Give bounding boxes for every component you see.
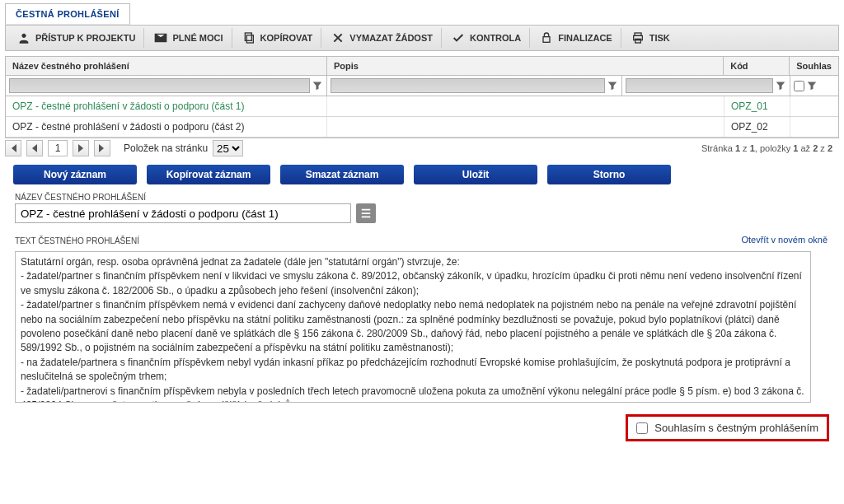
toolbar-label: PŘÍSTUP K PROJEKTU bbox=[35, 33, 135, 43]
new-record-button[interactable]: Nový záznam bbox=[13, 165, 137, 184]
pager-first[interactable] bbox=[5, 140, 21, 156]
filter-icon[interactable] bbox=[607, 80, 618, 91]
pager-last[interactable] bbox=[94, 140, 110, 156]
svg-rect-0 bbox=[245, 33, 251, 40]
toolbar-label: VYMAZAT ŽÁDOST bbox=[349, 33, 433, 43]
declaration-text[interactable]: Statutární orgán, resp. osoba oprávněná … bbox=[15, 251, 811, 403]
cancel-button[interactable]: Storno bbox=[547, 165, 671, 184]
toolbar-print[interactable]: TISK bbox=[623, 28, 678, 48]
cell-code: OPZ_02 bbox=[724, 117, 790, 137]
grid-filter-row bbox=[6, 76, 838, 96]
text-label: TEXT ČESTNÉHO PROHLÁŠENÍ bbox=[15, 236, 139, 245]
agree-label: Souhlasím s čestným prohlášením bbox=[654, 422, 818, 434]
printer-icon bbox=[631, 31, 645, 44]
toolbar-label: PLNÉ MOCI bbox=[172, 33, 223, 43]
table-row[interactable]: OPZ - čestné prohlášení v žádosti o podp… bbox=[6, 96, 838, 117]
cell-agree bbox=[790, 117, 838, 137]
page-tab: ČESTNÁ PROHLÁŠENÍ bbox=[5, 3, 130, 25]
filter-agree[interactable] bbox=[794, 81, 804, 91]
cell-desc bbox=[327, 96, 724, 116]
copy-record-button[interactable]: Kopírovat záznam bbox=[147, 165, 270, 184]
per-page-label: Položek na stránku bbox=[124, 142, 208, 154]
pager-next[interactable] bbox=[73, 140, 89, 156]
col-header-name[interactable]: Název čestného prohlášení bbox=[6, 57, 327, 75]
people-icon bbox=[17, 31, 30, 44]
grid-header: Název čestného prohlášení Popis Kód Souh… bbox=[6, 57, 838, 76]
delete-record-button[interactable]: Smazat záznam bbox=[280, 165, 404, 184]
toolbar-delete[interactable]: VYMAZAT ŽÁDOST bbox=[323, 28, 442, 48]
pager-info: Stránka 1 z 1, položky 1 až 2 z 2 bbox=[701, 143, 839, 153]
toolbar-poa[interactable]: PLNÉ MOCI bbox=[146, 28, 232, 48]
pager: 1 Položek na stránku 25 Stránka 1 z 1, p… bbox=[5, 140, 839, 156]
filter-name[interactable] bbox=[9, 78, 310, 93]
filter-desc[interactable] bbox=[331, 78, 605, 93]
cell-name: OPZ - čestné prohlášení v žádosti o podp… bbox=[6, 96, 327, 116]
toolbar-label: KOPÍROVAT bbox=[260, 33, 313, 43]
pager-current[interactable]: 1 bbox=[48, 140, 68, 156]
per-page-select[interactable]: 25 bbox=[213, 140, 243, 156]
filter-icon[interactable] bbox=[806, 80, 818, 91]
cell-agree bbox=[790, 96, 838, 116]
save-button[interactable]: Uložit bbox=[414, 165, 537, 184]
col-header-code[interactable]: Kód bbox=[724, 57, 790, 75]
list-lookup-button[interactable] bbox=[356, 203, 376, 223]
table-row[interactable]: OPZ - čestné prohlášení v žádosti o podp… bbox=[6, 117, 838, 138]
filter-icon[interactable] bbox=[312, 80, 323, 91]
lock-icon bbox=[540, 31, 553, 44]
declaration-name-field[interactable] bbox=[15, 203, 351, 223]
cell-code: OPZ_01 bbox=[724, 96, 790, 116]
toolbar-finalize[interactable]: FINALIZACE bbox=[532, 28, 621, 48]
filter-icon[interactable] bbox=[775, 80, 786, 91]
toolbar-check[interactable]: KONTROLA bbox=[443, 28, 530, 48]
toolbar-label: TISK bbox=[649, 33, 670, 43]
toolbar-label: FINALIZACE bbox=[558, 33, 612, 43]
agree-checkbox[interactable] bbox=[636, 422, 648, 434]
col-header-desc[interactable]: Popis bbox=[327, 57, 724, 75]
svg-rect-1 bbox=[246, 35, 253, 43]
pager-prev[interactable] bbox=[26, 140, 43, 156]
envelope-icon bbox=[154, 31, 167, 44]
x-icon bbox=[331, 31, 345, 44]
agree-box[interactable]: Souhlasím s čestným prohlášením bbox=[626, 414, 829, 441]
cell-desc bbox=[327, 117, 724, 137]
toolbar-access-project[interactable]: PŘÍSTUP K PROJEKTU bbox=[9, 28, 144, 48]
check-icon bbox=[452, 31, 465, 44]
declarations-grid: Název čestného prohlášení Popis Kód Souh… bbox=[5, 56, 839, 138]
action-bar: Nový záznam Kopírovat záznam Smazat zázn… bbox=[13, 165, 831, 184]
toolbar: PŘÍSTUP K PROJEKTU PLNÉ MOCI KOPÍROVAT V… bbox=[5, 25, 839, 51]
open-new-window-link[interactable]: Otevřít v novém okně bbox=[741, 235, 828, 245]
copy-icon bbox=[242, 31, 256, 44]
toolbar-label: KONTROLA bbox=[470, 33, 521, 43]
filter-code[interactable] bbox=[626, 78, 773, 93]
name-label: NÁZEV ČESTNÉHO PROHLÁŠENÍ bbox=[15, 193, 844, 202]
svg-rect-2 bbox=[543, 37, 550, 43]
cell-name: OPZ - čestné prohlášení v žádosti o podp… bbox=[6, 117, 327, 137]
toolbar-copy[interactable]: KOPÍROVAT bbox=[234, 28, 322, 48]
col-header-agree[interactable]: Souhlas bbox=[790, 57, 838, 75]
